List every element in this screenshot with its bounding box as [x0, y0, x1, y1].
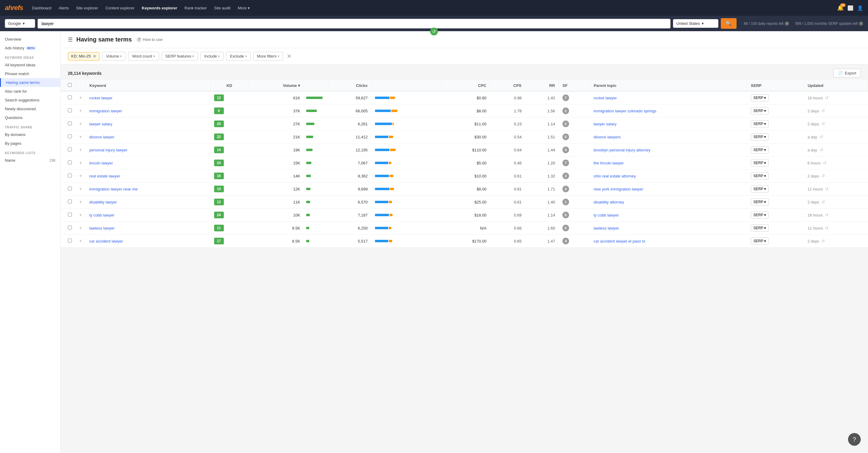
- serp-dropdown-button[interactable]: SERP ▾: [751, 172, 769, 180]
- row-checkbox-cell[interactable]: [61, 169, 76, 183]
- serp-dropdown-button[interactable]: SERP ▾: [751, 224, 769, 232]
- notifications-button[interactable]: 🔔 29: [837, 4, 844, 11]
- refresh-row-button[interactable]: ↺: [822, 199, 825, 204]
- serp-dropdown-button[interactable]: SERP ▾: [751, 120, 769, 128]
- refresh-row-button[interactable]: ↺: [819, 148, 823, 152]
- sidebar-item-keywords-name[interactable]: Name 298: [0, 156, 60, 165]
- refresh-row-button[interactable]: ↺: [822, 108, 825, 113]
- volume-filter-button[interactable]: Volume ▾: [102, 52, 126, 61]
- sidebar-item-having-same-terms[interactable]: Having same terms: [0, 78, 60, 87]
- keyword-link[interactable]: car accident lawyer: [89, 239, 123, 244]
- add-keyword-button[interactable]: +: [79, 199, 82, 205]
- row-checkbox[interactable]: [68, 108, 72, 112]
- monthly-reports-info-icon[interactable]: ?: [859, 22, 863, 26]
- keyword-link[interactable]: rocket lawyer: [89, 96, 113, 100]
- serp-dropdown-button[interactable]: SERP ▾: [751, 212, 769, 219]
- serp-dropdown-button[interactable]: SERP ▾: [751, 146, 769, 154]
- keyword-search-input[interactable]: [37, 19, 671, 29]
- parent-topic-link[interactable]: ohio real estate attorney: [594, 174, 636, 179]
- row-add-cell[interactable]: +: [76, 143, 86, 157]
- refresh-row-button[interactable]: ↺: [822, 122, 825, 126]
- add-keyword-button[interactable]: +: [79, 186, 82, 192]
- row-add-cell[interactable]: +: [76, 196, 86, 208]
- sidebar-item-overview[interactable]: Overview: [0, 35, 60, 43]
- serp-dropdown-button[interactable]: SERP ▾: [751, 198, 769, 205]
- sidebar-item-search-suggestions[interactable]: Search suggestions: [0, 96, 60, 104]
- keyword-col-header[interactable]: Keyword: [86, 80, 211, 91]
- keyword-link[interactable]: disability lawyer: [89, 200, 117, 204]
- sidebar-item-by-domains[interactable]: By domains: [0, 130, 60, 139]
- sidebar-item-also-rank-for[interactable]: Also rank for: [0, 87, 60, 96]
- select-all-checkbox[interactable]: [68, 83, 72, 87]
- refresh-row-button[interactable]: ↺: [822, 238, 825, 244]
- row-checkbox[interactable]: [68, 187, 72, 191]
- keyword-link[interactable]: immigration lawyer near me: [89, 187, 138, 191]
- refresh-row-button[interactable]: ↺: [823, 161, 827, 165]
- parent-topic-link[interactable]: lawyer salary: [594, 122, 617, 126]
- row-checkbox-cell[interactable]: [61, 222, 76, 235]
- keyword-link[interactable]: lincoln lawyer: [89, 161, 113, 165]
- parent-topic-link[interactable]: lawless lawyer: [594, 226, 619, 230]
- country-select[interactable]: United States ▾: [673, 19, 718, 28]
- row-checkbox[interactable]: [68, 95, 72, 99]
- nav-site-audit[interactable]: Site audit: [214, 4, 231, 11]
- refresh-row-button[interactable]: ↺: [825, 213, 829, 218]
- row-checkbox-cell[interactable]: [61, 208, 76, 222]
- more-filters-button[interactable]: More filters ▾: [253, 52, 283, 61]
- updated-col-header[interactable]: Updated: [804, 80, 868, 91]
- add-keyword-button[interactable]: +: [79, 212, 82, 218]
- add-keyword-button[interactable]: +: [79, 121, 82, 127]
- remove-kd-filter[interactable]: ✕: [93, 54, 96, 59]
- add-keyword-button[interactable]: +: [79, 225, 82, 231]
- sf-col-header[interactable]: SF: [559, 80, 590, 91]
- keyword-link[interactable]: lawyer salary: [89, 122, 112, 126]
- row-add-cell[interactable]: +: [76, 104, 86, 118]
- kd-col-header[interactable]: KD: [211, 80, 249, 91]
- parent-topic-link[interactable]: immigration lawyer colorado springs: [594, 109, 656, 113]
- row-checkbox-cell[interactable]: [61, 130, 76, 143]
- word-count-filter-button[interactable]: Word count ▾: [128, 52, 159, 61]
- parent-topic-link[interactable]: car accident lawyer el paso tx: [594, 239, 645, 244]
- keyword-link[interactable]: lawless lawyer: [89, 226, 115, 230]
- row-add-cell[interactable]: +: [76, 157, 86, 169]
- clear-filters-button[interactable]: ✕: [287, 53, 291, 60]
- keyword-link[interactable]: immigration lawyer: [89, 109, 122, 113]
- parent-topic-link[interactable]: divorce lawyers: [594, 135, 621, 139]
- row-add-cell[interactable]: +: [76, 208, 86, 222]
- nav-keywords-explorer[interactable]: Keywords explorer: [141, 4, 178, 11]
- nav-dashboard[interactable]: Dashboard: [31, 4, 52, 11]
- row-add-cell[interactable]: +: [76, 91, 86, 104]
- cpc-col-header[interactable]: CPC: [442, 80, 490, 91]
- refresh-row-button[interactable]: ↺: [825, 187, 829, 191]
- sidebar-item-ads-history[interactable]: Ads history BETA: [0, 43, 60, 53]
- settings-button[interactable]: 👤: [857, 5, 863, 11]
- sidebar-item-newly-discovered[interactable]: Newly discovered: [0, 104, 60, 113]
- keyword-link[interactable]: ty cobb lawyer: [89, 213, 115, 218]
- hamburger-button[interactable]: ☰: [68, 36, 73, 43]
- row-checkbox-cell[interactable]: [61, 196, 76, 208]
- row-checkbox-cell[interactable]: [61, 104, 76, 118]
- serp-dropdown-button[interactable]: SERP ▾: [751, 107, 769, 115]
- daily-reports-info-icon[interactable]: ?: [785, 22, 789, 26]
- nav-site-explorer[interactable]: Site explorer: [75, 4, 99, 11]
- row-add-cell[interactable]: +: [76, 235, 86, 248]
- row-add-cell[interactable]: +: [76, 222, 86, 235]
- row-checkbox[interactable]: [68, 213, 72, 217]
- serp-features-filter-button[interactable]: SERP features ▾: [161, 52, 198, 61]
- select-all-header[interactable]: [61, 80, 76, 91]
- keyword-link[interactable]: real estate lawyer: [89, 174, 120, 179]
- parent-topic-link[interactable]: ty cobb lawyer: [594, 213, 619, 218]
- row-add-cell[interactable]: +: [76, 169, 86, 183]
- serp-dropdown-button[interactable]: SERP ▾: [751, 237, 769, 245]
- parent-topic-link[interactable]: disability attorney: [594, 200, 624, 204]
- row-add-cell[interactable]: +: [76, 130, 86, 143]
- nav-content-explorer[interactable]: Content explorer: [105, 4, 135, 11]
- row-checkbox[interactable]: [68, 122, 72, 125]
- keyword-link[interactable]: personal injury lawyer: [89, 148, 127, 152]
- clicks-col-header[interactable]: Clicks: [328, 80, 371, 91]
- rr-col-header[interactable]: RR: [525, 80, 559, 91]
- serp-dropdown-button[interactable]: SERP ▾: [751, 133, 769, 140]
- add-keyword-button[interactable]: +: [79, 108, 82, 114]
- add-keyword-button[interactable]: +: [79, 238, 82, 244]
- sidebar-item-by-pages[interactable]: By pages: [0, 139, 60, 148]
